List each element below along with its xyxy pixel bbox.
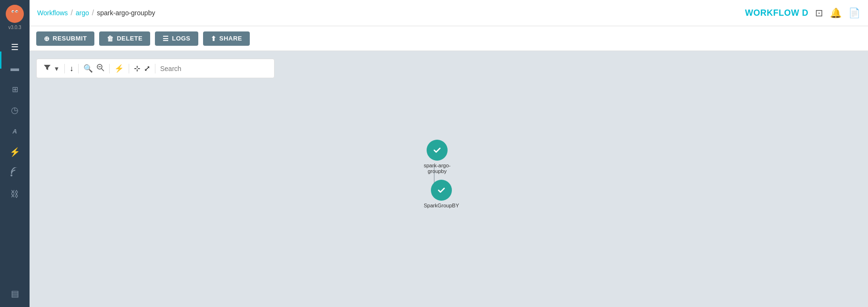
topbar-right: WORKFLOW D ⊡ 🔔 📄 (745, 7, 860, 19)
checkmark-icon-2 (436, 185, 447, 195)
fit-icon[interactable]: ⊹ (134, 64, 140, 73)
breadcrumb-sep1: / (71, 9, 72, 17)
flash-icon[interactable]: ⚡ (114, 64, 124, 73)
sidebar-item-signal[interactable]: A (0, 121, 30, 142)
stack-icon: ⊞ (12, 85, 18, 94)
actionbar: ⊕ RESUBMIT 🗑 DELETE ☰ LOGS ⬆ SHARE (30, 26, 868, 51)
filter-divider2 (78, 64, 79, 73)
filter-divider5 (155, 64, 155, 73)
filter-icon[interactable] (42, 63, 52, 74)
breadcrumb: Workflows / argo / spark-argo-groupby (37, 9, 155, 17)
workflow-label: WORKFLOW D (745, 8, 808, 18)
sidebar-item-rss[interactable] (0, 163, 30, 184)
archive-icon: ▤ (11, 288, 19, 299)
sidebar-nav: ☰ ▬ ⊞ ◷ A ⚡ ⛓ ▤ (0, 35, 30, 307)
clock-icon: ◷ (11, 105, 19, 115)
node1-label: spark-argo-groupby (424, 163, 450, 174)
svg-point-10 (436, 185, 447, 195)
filter-icon-group: ▾ (42, 63, 60, 74)
svg-point-3 (12, 11, 13, 12)
filter-divider1 (64, 64, 65, 73)
main-area: Workflows / argo / spark-argo-groupby WO… (30, 0, 868, 307)
link-icon: ⛓ (10, 189, 19, 199)
sidebar: v3.0.3 ☰ ▬ ⊞ ◷ A ⚡ ⛓ ▤ (0, 0, 30, 307)
filter-toolbar: ▾ ↓ 🔍 ⚡ ⊹ ⤢ (36, 59, 275, 78)
resubmit-button[interactable]: ⊕ RESUBMIT (36, 31, 94, 46)
breadcrumb-workflows[interactable]: Workflows (37, 9, 68, 17)
breadcrumb-argo[interactable]: argo (76, 9, 89, 17)
search-input[interactable] (160, 65, 268, 72)
version-label: v3.0.3 (8, 25, 21, 30)
logs-icon: ☰ (163, 35, 169, 42)
node2-circle (431, 180, 452, 201)
filter-divider3 (109, 64, 110, 73)
filter-divider4 (129, 64, 129, 73)
sort-down-icon[interactable]: ↓ (70, 64, 73, 73)
sidebar-item-bolt[interactable]: ⚡ (0, 142, 30, 163)
node2-label: SparkGroupBY (424, 203, 459, 208)
expand-icon[interactable]: ⤢ (144, 64, 150, 73)
sidebar-item-dashboard[interactable]: ▬ (0, 58, 30, 79)
share-button[interactable]: ⬆ SHARE (203, 31, 250, 46)
breadcrumb-current: spark-argo-groupby (97, 9, 155, 17)
delete-button[interactable]: 🗑 DELETE (99, 31, 150, 46)
svg-point-5 (10, 174, 12, 176)
sidebar-item-clock[interactable]: ◷ (0, 100, 30, 121)
workflow-node-1[interactable]: spark-argo-groupby (424, 140, 450, 174)
zoom-out-icon[interactable] (97, 64, 104, 73)
notifications-button[interactable]: 🔔 (830, 7, 842, 19)
octopus-icon (7, 6, 22, 21)
filter-dropdown-icon[interactable]: ▾ (54, 63, 60, 74)
app-logo (6, 5, 24, 23)
docs-button[interactable]: 📄 (848, 7, 860, 19)
node1-circle (427, 140, 448, 161)
svg-point-9 (432, 145, 442, 155)
zoom-in-icon[interactable]: 🔍 (83, 64, 93, 73)
checkmark-icon (432, 145, 442, 155)
workflow-node-2[interactable]: SparkGroupBY (424, 180, 459, 208)
sidebar-item-menu[interactable]: ☰ (0, 37, 30, 58)
bolt-icon: ⚡ (10, 147, 20, 157)
canvas-area: ▾ ↓ 🔍 ⚡ ⊹ ⤢ spa (30, 51, 868, 307)
logs-button[interactable]: ☰ LOGS (155, 31, 198, 46)
delete-icon: 🗑 (107, 35, 114, 42)
sidebar-item-stack[interactable]: ⊞ (0, 79, 30, 100)
sidebar-item-link[interactable]: ⛓ (0, 184, 30, 205)
svg-point-4 (16, 11, 17, 12)
split-view-button[interactable]: ⊡ (815, 7, 823, 19)
signal-icon: A (12, 128, 17, 135)
topbar: Workflows / argo / spark-argo-groupby WO… (30, 0, 868, 26)
breadcrumb-sep2: / (92, 9, 94, 17)
rss-icon (10, 167, 20, 179)
logo-area: v3.0.3 (0, 0, 30, 35)
sidebar-item-archive[interactable]: ▤ (0, 283, 30, 304)
menu-icon: ☰ (11, 42, 19, 52)
dashboard-icon: ▬ (10, 63, 19, 73)
resubmit-icon: ⊕ (44, 35, 50, 42)
svg-line-7 (102, 69, 104, 71)
graph-canvas[interactable]: spark-argo-groupby SparkGroupBY (30, 51, 868, 307)
share-icon: ⬆ (211, 35, 217, 42)
